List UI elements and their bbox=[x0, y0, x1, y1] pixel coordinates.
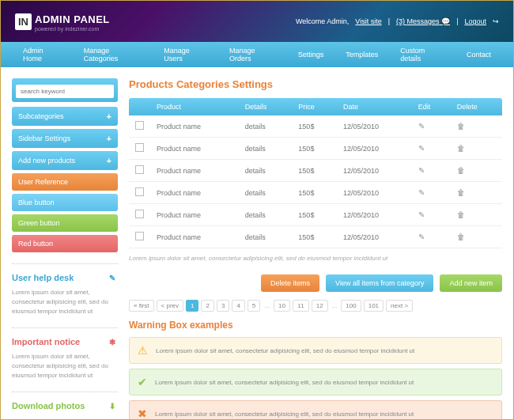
add-new-item-button[interactable]: Add new item bbox=[440, 274, 502, 292]
trash-icon[interactable]: 🗑 bbox=[457, 122, 465, 131]
table-row: Product namedetails150$12/05/2010✎🗑 bbox=[129, 226, 502, 248]
search-box bbox=[12, 78, 118, 102]
cell-details: details bbox=[239, 138, 293, 160]
page-11[interactable]: 11 bbox=[293, 300, 309, 312]
logo-badge: IN bbox=[15, 13, 32, 30]
warning-box-yellow: ⚠ Lorem ipsum dolor sit amet, consectetu… bbox=[129, 337, 502, 364]
plus-icon: + bbox=[107, 112, 111, 121]
cell-date: 12/05/2010 bbox=[337, 160, 412, 182]
table-row: Product namedetails150$12/05/2010✎🗑 bbox=[129, 138, 502, 160]
trash-icon[interactable]: 🗑 bbox=[457, 188, 465, 197]
cell-details: details bbox=[239, 182, 293, 204]
delete-items-button[interactable]: Delete items bbox=[261, 274, 319, 292]
nav-manage-users[interactable]: Manage Users bbox=[153, 42, 218, 67]
cell-product: Product name bbox=[150, 204, 239, 226]
sidebar-item-sidebar-settings[interactable]: Sidebar Settings+ bbox=[12, 129, 118, 148]
cell-product: Product name bbox=[150, 138, 239, 160]
sidebar-item-subcategories[interactable]: Subcategories+ bbox=[12, 107, 118, 126]
row-checkbox[interactable] bbox=[135, 232, 144, 240]
search-input[interactable] bbox=[16, 85, 114, 98]
warning-text: Lorem ipsum dolor sit amet, consectetur … bbox=[156, 347, 414, 354]
cell-price: 150$ bbox=[292, 204, 337, 226]
logout-icon: ↪ bbox=[493, 17, 499, 25]
check-icon: ✔ bbox=[138, 376, 147, 388]
logout-link[interactable]: Logout bbox=[464, 17, 486, 25]
edit-icon[interactable]: ✎ bbox=[418, 233, 425, 241]
messages-link[interactable]: (3) Messages 💬 bbox=[396, 17, 450, 25]
download-photos-block: Download photos⬇ bbox=[12, 392, 118, 411]
table-row: Product namedetails150$12/05/2010✎🗑 bbox=[129, 182, 502, 204]
cell-date: 12/05/2010 bbox=[337, 204, 412, 226]
nav-custom-details[interactable]: Custom details bbox=[389, 42, 455, 67]
row-checkbox[interactable] bbox=[135, 210, 144, 218]
page-3[interactable]: 3 bbox=[217, 300, 229, 312]
cell-details: details bbox=[239, 115, 293, 138]
important-notice-title: Important notice bbox=[12, 337, 80, 346]
pagination: « first < prev 1 2 3 4 5 ... 10 11 12 ..… bbox=[129, 300, 502, 312]
plus-icon: + bbox=[107, 134, 111, 143]
cell-product: Product name bbox=[150, 182, 239, 204]
page-4[interactable]: 4 bbox=[232, 300, 244, 312]
trash-icon[interactable]: 🗑 bbox=[457, 233, 465, 241]
page-12[interactable]: 12 bbox=[312, 300, 328, 312]
help-desk-text: Lorem ipsum dolor sit amet, consectetur … bbox=[12, 288, 118, 316]
nav-settings[interactable]: Settings bbox=[287, 42, 335, 67]
page-2[interactable]: 2 bbox=[201, 300, 214, 312]
row-checkbox[interactable] bbox=[135, 121, 144, 130]
logo-subtitle: powered by indeziner.com bbox=[35, 26, 110, 32]
page-first[interactable]: « first bbox=[129, 300, 154, 312]
edit-icon[interactable]: ✎ bbox=[418, 166, 425, 175]
warning-icon: ⚠ bbox=[138, 344, 148, 357]
table-note: Lorem ipsum dolor sit amet, consectetur … bbox=[129, 248, 502, 268]
sidebar-item-blue-button[interactable]: Blue button bbox=[12, 194, 118, 211]
row-checkbox[interactable] bbox=[135, 187, 144, 196]
help-desk-block: User help desk✎ Lorem ipsum dolor sit am… bbox=[12, 263, 118, 316]
page-1[interactable]: 1 bbox=[186, 300, 198, 312]
nav-admin-home[interactable]: Admin Home bbox=[12, 42, 73, 67]
cell-product: Product name bbox=[150, 226, 239, 248]
warning-box-orange: ✖ Lorem ipsum dolor sit amet, consectetu… bbox=[129, 400, 502, 420]
page-101[interactable]: 101 bbox=[364, 300, 384, 312]
page-prev[interactable]: < prev bbox=[157, 300, 183, 312]
notice-icon: ✱ bbox=[107, 336, 118, 347]
top-nav: Admin Home Manage Categories Manage User… bbox=[1, 42, 513, 67]
sidebar-item-red-button[interactable]: Red button bbox=[12, 235, 118, 252]
cell-date: 12/05/2010 bbox=[337, 182, 412, 204]
row-checkbox[interactable] bbox=[135, 143, 144, 152]
nav-manage-categories[interactable]: Manage Categories bbox=[73, 42, 153, 67]
trash-icon[interactable]: 🗑 bbox=[457, 210, 465, 219]
cell-product: Product name bbox=[150, 160, 239, 182]
table-row: Product namedetails150$12/05/2010✎🗑 bbox=[129, 160, 502, 182]
sidebar-item-green-button[interactable]: Green button bbox=[12, 214, 118, 232]
chat-icon: 💬 bbox=[441, 17, 450, 25]
important-notice-text: Lorem ipsum dolor sit amet, consectetur … bbox=[12, 352, 118, 380]
row-checkbox[interactable] bbox=[135, 165, 144, 174]
nav-templates[interactable]: Templates bbox=[334, 42, 389, 67]
nav-manage-orders[interactable]: Manage Orders bbox=[218, 42, 287, 67]
products-table: Product Details Price Date Edit Delete P… bbox=[129, 98, 502, 248]
warning-text: Lorem ipsum dolor sit amet, consectetur … bbox=[155, 411, 414, 418]
edit-icon[interactable]: ✎ bbox=[418, 122, 425, 131]
cell-details: details bbox=[239, 160, 293, 182]
trash-icon[interactable]: 🗑 bbox=[457, 144, 465, 153]
cell-price: 150$ bbox=[292, 182, 337, 204]
page-100[interactable]: 100 bbox=[341, 300, 361, 312]
edit-icon[interactable]: ✎ bbox=[418, 188, 425, 197]
sidebar-item-add-new-products[interactable]: Add new products+ bbox=[12, 151, 118, 170]
cell-price: 150$ bbox=[292, 160, 337, 182]
cell-price: 150$ bbox=[292, 115, 337, 138]
page-5[interactable]: 5 bbox=[248, 300, 260, 312]
nav-contact[interactable]: Contact bbox=[455, 42, 502, 67]
visit-site-link[interactable]: Visit site bbox=[355, 17, 381, 25]
col-delete: Delete bbox=[451, 98, 502, 115]
trash-icon[interactable]: 🗑 bbox=[457, 166, 465, 175]
sidebar-item-user-reference[interactable]: User Reference bbox=[12, 173, 118, 191]
view-all-items-button[interactable]: View all items from category bbox=[326, 274, 433, 292]
edit-icon[interactable]: ✎ bbox=[418, 144, 425, 153]
main-content: Products Categories Settings Product Det… bbox=[129, 78, 502, 420]
edit-icon[interactable]: ✎ bbox=[418, 210, 425, 219]
action-buttons: Delete items View all items from categor… bbox=[129, 274, 502, 292]
page-next[interactable]: next > bbox=[386, 300, 413, 312]
page-10[interactable]: 10 bbox=[274, 300, 290, 312]
important-notice-block: Important notice✱ Lorem ipsum dolor sit … bbox=[12, 327, 118, 380]
